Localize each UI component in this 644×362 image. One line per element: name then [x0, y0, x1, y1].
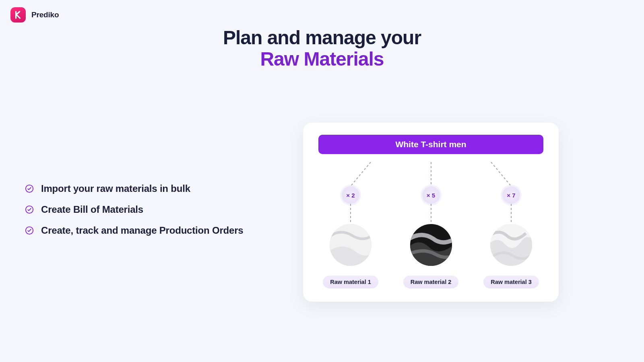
connector-line-icon	[479, 162, 543, 186]
check-circle-icon	[25, 184, 34, 193]
connector-line-icon	[350, 204, 351, 224]
feature-text: Import your raw materials in bulk	[41, 183, 190, 194]
material-image	[490, 224, 532, 266]
connector-line-icon	[399, 162, 463, 186]
feature-list: Import your raw materials in bulk Create…	[25, 183, 243, 246]
brand-logo-icon	[10, 7, 26, 23]
brand: Prediko	[10, 7, 59, 23]
feature-item: Create Bill of Materials	[25, 204, 243, 215]
connector-line-icon	[511, 204, 512, 224]
quantity-badge: × 7	[502, 186, 520, 204]
feature-item: Import your raw materials in bulk	[25, 183, 243, 194]
check-circle-icon	[25, 226, 34, 235]
material-label: Raw material 2	[403, 276, 459, 288]
connector-line-icon	[318, 162, 383, 186]
page-headline: Plan and manage your Raw Materials	[0, 27, 644, 70]
material-column: × 7 Raw material 3	[479, 162, 543, 288]
material-image	[330, 224, 372, 266]
product-chip: White T-shirt men	[318, 135, 543, 154]
material-column: × 2 Raw material 1	[318, 162, 383, 288]
feature-text: Create, track and manage Production Orde…	[41, 225, 243, 236]
feature-text: Create Bill of Materials	[41, 204, 143, 215]
materials-row: × 2 Raw material 1 × 5	[318, 162, 543, 288]
material-column: × 5 Raw material 2	[399, 162, 463, 288]
connector-line-icon	[431, 204, 431, 224]
quantity-badge: × 5	[422, 186, 440, 204]
check-circle-icon	[25, 205, 34, 214]
feature-item: Create, track and manage Production Orde…	[25, 225, 243, 236]
quantity-badge: × 2	[342, 186, 359, 204]
brand-name: Prediko	[31, 10, 59, 19]
headline-line1: Plan and manage your	[0, 27, 644, 49]
material-label: Raw material 1	[323, 276, 378, 288]
headline-line2: Raw Materials	[0, 48, 644, 70]
material-label: Raw material 3	[483, 276, 539, 288]
material-image	[410, 224, 452, 266]
bom-card: White T-shirt men × 2 Raw material 1	[303, 123, 559, 302]
